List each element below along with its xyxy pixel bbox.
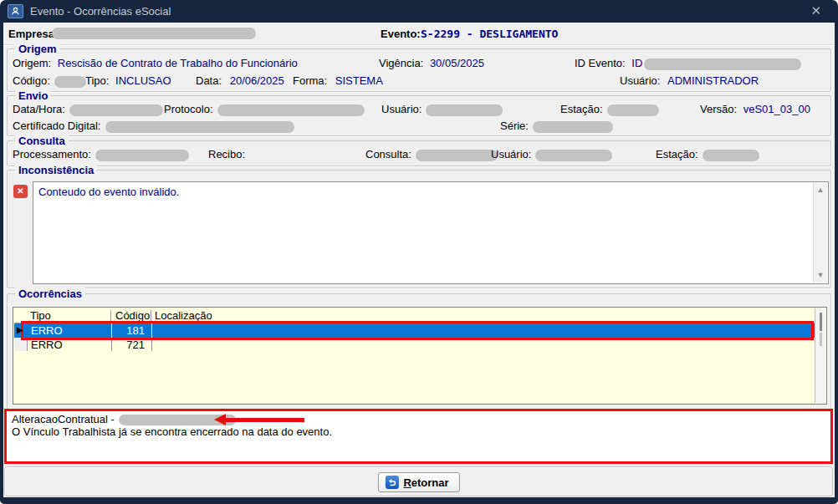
processamento-redacted-value <box>95 150 189 161</box>
forma-label: Forma: <box>293 74 327 87</box>
codigo-field: Código: <box>13 74 86 88</box>
codigo-label: Código: <box>13 74 50 87</box>
recibo-field: Recibo: <box>208 148 245 160</box>
envio-usuario-redacted-value <box>426 104 503 116</box>
serie-label: Série: <box>500 120 529 132</box>
row-marker-icon: ▶ <box>17 325 23 334</box>
tipo-value: INCLUSAO <box>115 74 171 87</box>
origem-usuario-field: Usuário: ADMINISTRADOR <box>620 74 759 87</box>
processamento-field: Processamento: <box>13 148 189 161</box>
data-field: Data: 20/06/2025 <box>196 74 284 87</box>
inconsistencia-message: Conteudo do evento inválido. <box>38 186 179 198</box>
column-separator <box>151 310 151 322</box>
consulta-redacted-value <box>416 150 498 161</box>
inconsistencia-scrollbar[interactable]: ▲ ▼ <box>813 183 827 283</box>
versao-label: Versão: <box>700 103 737 115</box>
scrollbar-thumb[interactable] <box>820 313 822 331</box>
protocolo-field: Protocolo: <box>164 103 365 116</box>
origem-value: Rescisão de Contrato de Trabalho do Func… <box>58 57 298 69</box>
return-arrow-icon <box>385 476 398 489</box>
id-evento-label: ID Evento: <box>575 57 626 69</box>
header-divider <box>3 44 835 46</box>
inconsistencia-list[interactable]: Conteudo do evento inválido. ▲ ▼ <box>33 181 829 284</box>
origem-field: Origem: Rescisão de Contrato de Trabalho… <box>13 57 298 69</box>
consulta-group-title: Consulta <box>15 135 69 147</box>
annotation-red-outline <box>21 321 814 340</box>
envio-usuario-label: Usuário: <box>381 103 422 115</box>
data-hora-field: Data/Hora: <box>13 103 163 116</box>
retornar-button[interactable]: Retornar <box>377 472 459 492</box>
consulta-estacao-redacted-value <box>703 150 759 161</box>
ocorrencias-scrollbar[interactable] <box>815 308 825 403</box>
column-separator <box>110 310 111 322</box>
envio-usuario-field: Usuário: <box>381 103 503 116</box>
consulta-group: Consulta Processamento: Recibo: Consulta… <box>7 140 831 166</box>
detalhe-line1: AlteracaoContratual - <box>12 413 236 425</box>
origem-group: Origem Origem: Rescisão de Contrato de T… <box>7 48 831 92</box>
data-hora-label: Data/Hora: <box>13 103 65 115</box>
consulta-usuario-label: Usuário: <box>491 148 531 160</box>
scrollbar-thumb <box>820 333 822 346</box>
scroll-down-icon[interactable]: ▼ <box>814 269 827 282</box>
protocolo-label: Protocolo: <box>164 103 213 115</box>
dialog-body: Empresa: Evento: S-2299 - DESLIGAMENTO O… <box>3 23 835 497</box>
certificado-field: Certificado Digital: <box>13 120 294 133</box>
column-header-tipo[interactable]: Tipo <box>30 309 51 322</box>
data-label: Data: <box>196 74 222 87</box>
title-bar: Evento - Ocorrências eSocial ✕ <box>0 0 838 23</box>
origem-label: Origem: <box>13 57 51 69</box>
id-evento-field: ID Evento: ID <box>575 57 801 70</box>
column-header-codigo[interactable]: Código <box>115 309 150 322</box>
envio-group-title: Envio <box>15 89 51 102</box>
ocorrencias-group-title: Ocorrências <box>15 288 85 300</box>
data-value: 20/06/2025 <box>230 74 284 87</box>
processamento-label: Processamento: <box>13 148 91 160</box>
inconsistencia-group-title: Inconsistência <box>15 164 97 176</box>
certificado-label: Certificado Digital: <box>13 120 101 132</box>
ocorrencias-table[interactable]: Tipo Código Localização ERRO 181 ▶ <box>13 307 827 405</box>
data-hora-redacted-value <box>69 104 163 116</box>
tipo-label: Tipo: <box>85 74 109 87</box>
annotation-arrow-icon <box>214 414 306 425</box>
envio-estacao-redacted-value <box>607 104 659 116</box>
recibo-label: Recibo: <box>208 148 245 160</box>
row-codigo: 721 <box>110 339 148 351</box>
detalhe-line2: O Vínculo Trabalhista já se encontra enc… <box>12 425 332 438</box>
row-tipo: ERRO <box>31 339 63 351</box>
vigencia-label: Vigência: <box>379 57 423 69</box>
column-header-localizacao[interactable]: Localização <box>155 309 212 322</box>
error-x-icon: ✕ <box>13 185 28 198</box>
evento-value: S-2299 - DESLIGAMENTO <box>421 28 558 40</box>
consulta-estacao-field: Estação: <box>656 148 759 161</box>
vigencia-field: Vigência: 30/05/2025 <box>379 57 484 69</box>
detalhe-line1-text: AlteracaoContratual - <box>12 413 115 425</box>
empresa-label: Empresa: <box>8 28 58 40</box>
inconsistencia-group: Inconsistência ✕ Conteudo do evento invá… <box>7 170 831 288</box>
id-evento-redacted-value <box>644 59 801 70</box>
scroll-up-icon[interactable]: ▲ <box>814 184 827 196</box>
certificado-redacted-value <box>105 121 294 133</box>
consulta-label: Consulta: <box>365 148 411 160</box>
retornar-label: Retornar <box>403 476 448 489</box>
envio-group: Envio Data/Hora: Protocolo: Usuário: Est… <box>7 95 831 136</box>
forma-value: SISTEMA <box>335 74 383 87</box>
serie-redacted-value <box>533 121 613 133</box>
vigencia-value: 30/05/2025 <box>430 57 484 69</box>
forma-field: Forma: SISTEMA <box>293 74 383 87</box>
consulta-estacao-label: Estação: <box>656 148 698 160</box>
tipo-field: Tipo: INCLUSAO <box>85 74 171 87</box>
origem-usuario-label: Usuário: <box>620 74 660 87</box>
id-evento-value: ID <box>631 57 642 69</box>
footer-panel: Retornar <box>4 466 833 496</box>
close-icon[interactable]: ✕ <box>805 2 826 20</box>
versao-field: Versão: veS01_03_00 <box>700 103 810 115</box>
codigo-redacted-value <box>54 76 86 88</box>
ocorrencias-group: Ocorrências Tipo Código Localização ERRO… <box>7 293 831 410</box>
window-title: Evento - Ocorrências eSocial <box>30 5 171 18</box>
origem-group-title: Origem <box>15 43 60 55</box>
evento-label: Evento: <box>381 28 421 40</box>
serie-field: Série: <box>500 120 613 133</box>
protocolo-redacted-value <box>217 104 365 116</box>
versao-value: veS01_03_00 <box>743 103 810 115</box>
envio-estacao-label: Estação: <box>560 103 603 115</box>
